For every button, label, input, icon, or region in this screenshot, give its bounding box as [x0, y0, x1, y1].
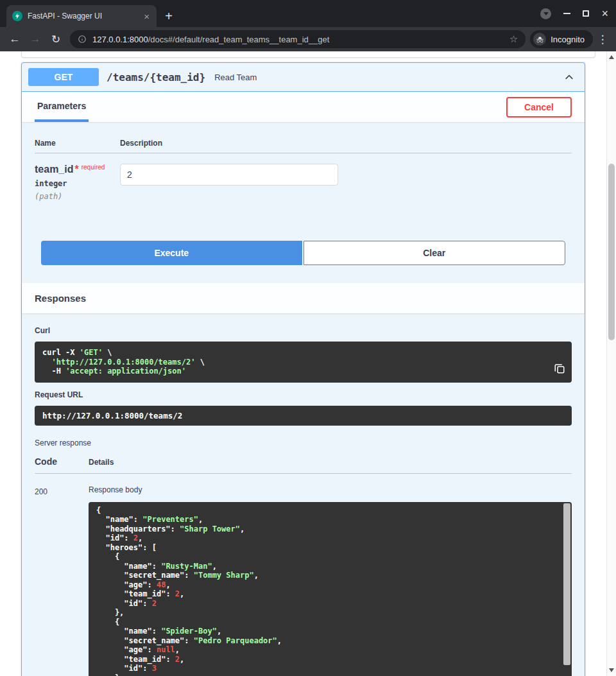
request-url-text: http://127.0.0.1:8000/teams/2: [42, 411, 182, 420]
url-host: 127.0.0.1:8000: [92, 35, 148, 44]
site-info-icon[interactable]: [78, 35, 87, 44]
parameter-type: integer: [35, 179, 120, 188]
tab-title: FastAPI - Swagger UI: [28, 12, 137, 21]
required-star: *: [74, 164, 78, 175]
operation-block-get: GET /teams/{team_id} Read Team Parameter…: [21, 62, 585, 676]
code-column-header: Code: [35, 456, 89, 467]
fastapi-favicon-icon: [12, 11, 22, 21]
operation-path: /teams/{team_id}: [107, 71, 205, 83]
parameters-table: Name Description team_id*required intege…: [22, 122, 585, 241]
responses-title: Responses: [35, 293, 86, 304]
copy-icon[interactable]: [554, 363, 565, 376]
response-body-scrollbar-thumb[interactable]: [563, 503, 570, 665]
column-header-name: Name: [35, 139, 120, 148]
url-text: 127.0.0.1:8000/docs#/default/read_team_t…: [92, 35, 504, 44]
parameter-name: team_id*required: [35, 164, 120, 175]
bookmark-star-icon[interactable]: ☆: [509, 33, 518, 45]
response-body-json: { "name": "Preventers", "headquarters": …: [96, 506, 564, 676]
collapse-chevron-icon[interactable]: [560, 69, 578, 85]
parameters-header: Parameters Cancel: [22, 92, 585, 122]
status-circle-icon[interactable]: [540, 8, 551, 19]
parameter-value-cell: [120, 164, 572, 201]
responses-content: Curl curl -X 'GET' \ 'http://127.0.0.1:8…: [22, 313, 585, 676]
window-controls: ×: [540, 0, 608, 27]
browser-tab[interactable]: FastAPI - Swagger UI ×: [6, 5, 157, 27]
execute-button[interactable]: Execute: [41, 241, 302, 265]
team-id-input[interactable]: [120, 164, 338, 186]
cancel-button[interactable]: Cancel: [506, 97, 572, 117]
execute-row: Execute Clear: [22, 241, 585, 281]
new-tab-button[interactable]: +: [160, 8, 177, 24]
reload-button[interactable]: ↻: [46, 30, 65, 49]
parameters-table-header: Name Description: [35, 139, 572, 153]
response-body-block: { "name": "Preventers", "headquarters": …: [89, 502, 572, 676]
responses-header: Responses: [22, 283, 585, 313]
curl-command-text: curl -X 'GET' \ 'http://127.0.0.1:8000/t…: [42, 348, 564, 376]
request-url-label: Request URL: [35, 390, 572, 399]
parameter-meta: team_id*required integer (path): [35, 164, 120, 201]
details-column-header: Details: [89, 458, 572, 467]
server-response-label: Server response: [35, 438, 572, 447]
scrollbar-up-arrow-icon[interactable]: [607, 53, 616, 62]
response-row: 200 Response body { "name": "Preventers"…: [35, 474, 572, 676]
page-scrollbar[interactable]: [606, 51, 616, 676]
curl-command-block: curl -X 'GET' \ 'http://127.0.0.1:8000/t…: [35, 342, 572, 383]
page-content: GET /teams/{team_id} Read Team Parameter…: [0, 51, 606, 676]
parameter-location: (path): [35, 192, 120, 201]
request-url-block: http://127.0.0.1:8000/teams/2: [35, 406, 572, 426]
method-badge: GET: [28, 68, 99, 86]
back-button[interactable]: ←: [5, 30, 24, 49]
incognito-badge: Incognito: [530, 30, 593, 48]
response-body-scrollbar[interactable]: [563, 503, 570, 676]
curl-label: Curl: [35, 326, 572, 335]
parameters-tab-label: Parameters: [37, 101, 86, 111]
status-code: 200: [35, 487, 47, 496]
response-body-label: Response body: [89, 485, 572, 494]
forward-button[interactable]: →: [26, 30, 45, 49]
swagger-page: GET /teams/{team_id} Read Team Parameter…: [0, 51, 616, 676]
minimize-button[interactable]: [563, 13, 570, 14]
operation-summary[interactable]: GET /teams/{team_id} Read Team: [22, 63, 585, 92]
scrollbar-down-arrow-icon[interactable]: [607, 666, 616, 675]
url-bar[interactable]: 127.0.0.1:8000/docs#/default/read_team_t…: [70, 30, 526, 48]
close-button[interactable]: ×: [601, 8, 608, 19]
response-table-header: Code Details: [35, 456, 572, 474]
browser-toolbar: ← → ↻ 127.0.0.1:8000/docs#/default/read_…: [0, 27, 616, 51]
column-header-description: Description: [120, 139, 572, 148]
parameter-row: team_id*required integer (path): [35, 153, 572, 201]
browser-window: FastAPI - Swagger UI × + × ← → ↻ 127.0.0…: [0, 0, 616, 676]
url-path: /docs#/default/read_team_teams__team_id_…: [148, 35, 330, 44]
incognito-icon: [533, 33, 546, 46]
maximize-button[interactable]: [583, 10, 589, 17]
page-scrollbar-thumb[interactable]: [608, 164, 615, 340]
clipped-section-bottom: [21, 51, 595, 58]
browser-titlebar: FastAPI - Swagger UI × + ×: [0, 0, 616, 27]
tab-close-icon[interactable]: ×: [142, 10, 151, 22]
incognito-label: Incognito: [551, 35, 585, 44]
required-label: required: [81, 164, 105, 171]
clear-button[interactable]: Clear: [304, 241, 566, 265]
tab-parameters[interactable]: Parameters: [35, 92, 89, 122]
operation-summary-text: Read Team: [214, 73, 257, 82]
menu-icon[interactable]: ⋮: [594, 33, 611, 46]
